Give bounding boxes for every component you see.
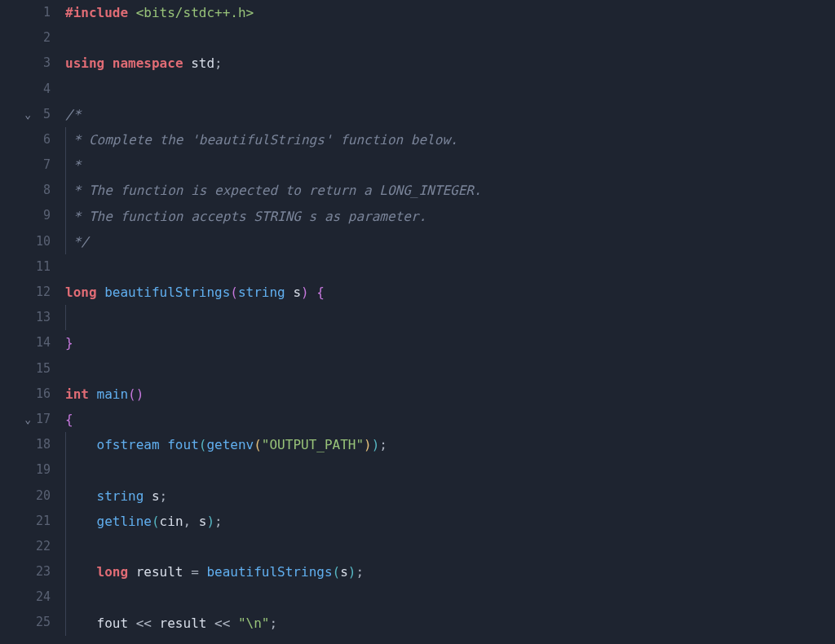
paren-token: ( [128,382,136,407]
identifier-token: s [340,559,348,584]
code-line: int main() [65,382,835,407]
line-number: 24 [31,585,51,609]
line-number-gutter: 1 2 3 4 ⌄5 6 7 8 9 10 11 12 13 14 15 16 … [0,0,55,644]
code-line [65,77,835,102]
punct-token: ; [214,509,223,534]
identifier-token: result [160,611,207,636]
type-token: string [97,483,144,509]
include-path-token: <bits/stdc++.h> [136,0,254,25]
punct-token: ; [214,51,223,76]
code-line: */ [65,229,835,254]
code-line: /* [65,102,835,127]
code-line: * The function is expected to return a L… [65,178,835,203]
paren-token: ( [152,509,160,534]
code-line: ofstream fout(getenv("OUTPUT_PATH")); [65,432,835,457]
function-token: getline [97,509,152,534]
punct-token: ; [269,611,277,636]
paren-token: ) [348,559,356,584]
code-line [65,305,835,330]
brace-token: } [65,330,73,355]
function-token: beautifulStrings [206,559,332,584]
brace-token: { [65,407,73,432]
code-line [65,356,835,382]
code-line: * The function accepts STRING s as param… [65,204,835,229]
identifier-token: result [136,559,183,584]
line-number: 2 [31,26,51,50]
paren-token: ) [364,432,372,457]
line-number: 15 [31,357,51,381]
line-number: 14 [31,331,51,355]
keyword-token: namespace [113,51,183,76]
line-number: 8 [31,179,51,202]
code-line: long beautifulStrings(string s) { [65,280,835,305]
identifier-token: cin [160,509,183,534]
line-number: 12 [31,280,51,304]
paren-token: ( [230,280,238,305]
code-line [65,25,835,51]
punct-token: ; [160,483,168,509]
line-number: 7 [31,153,51,177]
keyword-token: long [97,559,129,584]
line-number: 22 [31,535,51,558]
identifier-token: fout [167,432,199,457]
paren-token: ) [136,382,144,407]
punct-token: ; [356,559,364,584]
code-content[interactable]: #include <bits/stdc++.h> using namespace… [55,0,835,644]
paren-token: ( [199,432,207,457]
paren-token: ) [372,432,380,457]
line-number: 1 [31,1,51,24]
paren-token: ( [254,432,262,457]
function-token: main [97,382,129,407]
code-line: * Complete the 'beautifulStrings' functi… [65,127,835,152]
line-number: 4 [31,77,51,101]
code-line: using namespace std; [65,51,835,76]
code-line: long result = beautifulStrings(s); [65,559,835,584]
line-number: 25 [31,611,51,634]
fold-icon[interactable]: ⌄ [24,104,31,125]
identifier-token: std [191,51,214,76]
comment-token: * The function accepts STRING s as param… [65,204,426,229]
paren-token: ( [333,559,341,584]
paren-token: ) [301,280,309,305]
comment-token: /* [65,102,81,127]
line-number: 11 [31,255,51,279]
string-token: "OUTPUT_PATH" [262,432,364,457]
comment-token: */ [65,229,89,254]
function-token: getenv [206,432,254,457]
line-number: 19 [31,458,51,482]
preprocessor-token: #include [65,0,128,25]
line-number: 6 [31,128,51,152]
punct-token: ; [379,432,387,457]
code-line: * [65,152,835,178]
function-token: beautifulStrings [104,280,230,305]
code-line [65,254,835,280]
code-line: string s; [65,483,835,509]
type-token: ofstream [97,432,160,457]
code-line: fout << result << "\n"; [65,611,835,636]
comment-token: * The function is expected to return a L… [65,178,482,203]
code-editor[interactable]: 1 2 3 4 ⌄5 6 7 8 9 10 11 12 13 14 15 16 … [0,0,835,644]
line-number: 20 [31,484,51,508]
keyword-token: long [65,280,97,305]
line-number: 18 [31,433,51,457]
line-number: 13 [31,306,51,329]
identifier-token: s [293,280,301,305]
keyword-token: using [65,51,104,76]
paren-token: ) [206,509,214,534]
brace-token: { [316,280,325,305]
fold-icon[interactable]: ⌄ [24,409,31,430]
code-line: #include <bits/stdc++.h> [65,0,835,25]
comment-token: * Complete the 'beautifulStrings' functi… [65,127,458,152]
line-number: 16 [31,382,51,406]
line-number: 5 [31,103,51,126]
comment-token: * [65,152,81,178]
code-line [65,534,835,559]
line-number: 21 [31,509,51,533]
identifier-token: s [152,483,160,509]
code-line: } [65,330,835,355]
line-number: 3 [31,51,51,75]
code-line: { [65,407,835,432]
code-line: getline(cin, s); [65,509,835,534]
string-token: "\n" [238,611,270,636]
identifier-token: s [199,509,207,534]
